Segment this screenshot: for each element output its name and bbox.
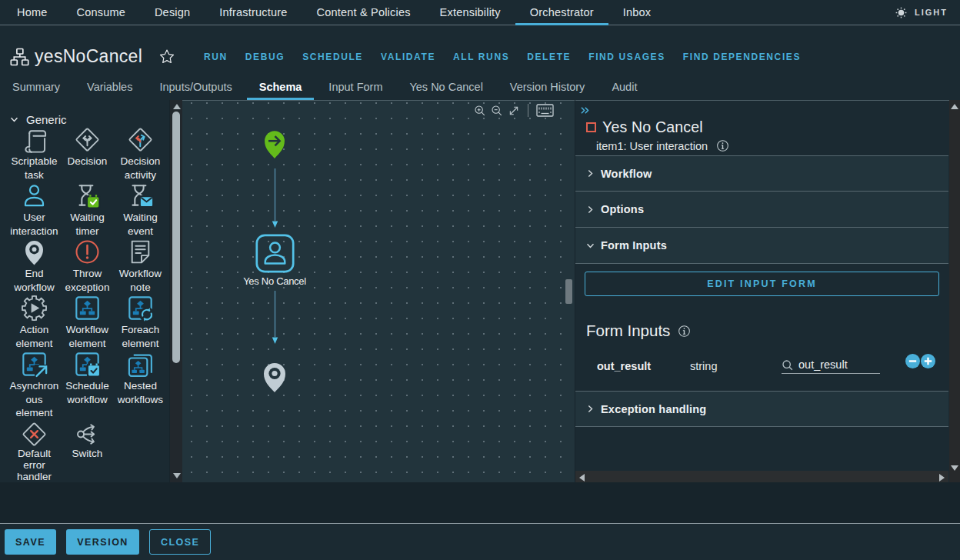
zoom-in-icon[interactable] [474,105,486,117]
inspector-horizontal-scrollbar[interactable] [575,471,948,482]
scriptable-task-icon [22,127,48,153]
palette-group-label: Generic [26,113,67,126]
palette-item-end-workflow[interactable]: End workflow [8,239,61,294]
workflow-header: yesNoCancel RUN DEBUG SCHEDULE VALIDATE … [0,26,960,73]
schema-canvas[interactable]: Yes No Cancel [182,100,575,482]
palette-item-label: Switch [61,448,114,459]
section-exception-handling[interactable]: Exception handling [575,391,948,427]
all-runs-button[interactable]: ALL RUNS [453,52,509,62]
schema-editor: Generic Scriptable task Decision Decisio… [0,100,960,482]
palette-item-label: Foreach element [114,323,167,350]
debug-button[interactable]: DEBUG [245,52,285,62]
top-nav-items: Home Consume Design Infrastructure Conte… [2,0,665,25]
scroll-up-arrow[interactable] [951,104,958,109]
add-input-button[interactable] [921,354,935,368]
tab-summary[interactable]: Summary [0,73,72,100]
palette-item-nested-workflows[interactable]: Nested workflows [114,352,167,420]
palette-item-asynchronous-element[interactable]: Asynchronous element [8,352,61,420]
palette-item-workflow-element[interactable]: Workflow element [61,295,114,350]
start-node[interactable] [262,128,288,160]
foreach-element-icon [128,295,154,322]
tab-input-form[interactable]: Input Form [316,73,395,100]
palette-item-schedule-workflow[interactable]: Schedule workflow [61,352,114,420]
workflow-element-icon [75,295,101,322]
version-button[interactable]: VERSION [66,529,139,555]
bottom-gap [0,482,960,523]
collapse-panel-icon[interactable] [580,106,590,115]
scroll-right-arrow[interactable] [939,474,945,482]
scroll-up-arrow[interactable] [173,104,181,109]
workflow-note-icon [128,239,154,265]
end-node[interactable] [261,360,288,393]
section-workflow[interactable]: Workflow [575,155,948,192]
section-exception-handling-label: Exception handling [601,403,706,415]
canvas-toolbar [474,104,554,117]
nav-item-home[interactable]: Home [2,0,62,25]
tab-yes-no-cancel[interactable]: Yes No Cancel [397,73,495,100]
nav-item-extensibility[interactable]: Extensibility [425,0,515,25]
inspector-panel: Yes No Cancel item1: User interaction Wo… [575,100,949,482]
palette-item-default-error-handler[interactable]: Default error handler [8,422,61,482]
palette-item-foreach-element[interactable]: Foreach element [114,295,167,350]
yes-no-cancel-node[interactable] [255,234,295,273]
form-input-name: out_result [597,360,651,372]
run-button[interactable]: RUN [204,52,228,62]
edit-input-form-button[interactable]: EDIT INPUT FORM [585,272,939,296]
nav-item-infrastructure[interactable]: Infrastructure [205,0,302,25]
keyboard-shortcuts-icon[interactable] [536,104,554,117]
validate-button[interactable]: VALIDATE [381,52,435,62]
theme-toggle-label: LIGHT [915,8,948,17]
nav-item-content-policies[interactable]: Content & Policies [302,0,425,25]
scroll-down-arrow[interactable] [951,465,958,471]
tab-schema[interactable]: Schema [247,73,315,100]
info-icon[interactable] [716,139,729,152]
palette-group-generic[interactable]: Generic [9,112,169,126]
section-options[interactable]: Options [575,192,948,228]
palette-scrollbar[interactable] [170,100,182,482]
find-usages-button[interactable]: FIND USAGES [588,52,665,62]
palette-item-waiting-timer[interactable]: Waiting timer [61,183,114,238]
section-form-inputs-label: Form Inputs [601,239,667,252]
form-input-value-field[interactable] [798,358,875,371]
palette-item-decision[interactable]: Decision [61,127,114,182]
palette-item-label: Waiting timer [61,211,114,238]
chevron-right-icon [585,205,595,215]
palette-item-user-interaction[interactable]: User interaction [8,183,61,238]
palette-item-decision-activity[interactable]: Decision activity [114,127,167,182]
star-icon[interactable] [158,48,175,65]
close-button[interactable]: CLOSE [149,529,212,555]
node-type-badge [586,122,596,132]
canvas-scrollbar-thumb[interactable] [565,279,572,304]
nav-item-inbox[interactable]: Inbox [608,0,665,25]
info-icon[interactable] [678,325,691,338]
palette-item-workflow-note[interactable]: Workflow note [114,239,167,294]
remove-input-button[interactable] [905,354,920,368]
save-button[interactable]: SAVE [5,529,56,555]
scroll-left-arrow[interactable] [579,474,585,482]
schedule-button[interactable]: SCHEDULE [302,52,363,62]
palette-scrollbar-thumb[interactable] [172,112,180,363]
tab-inputs-outputs[interactable]: Inputs/Outputs [147,73,244,100]
delete-button[interactable]: DELETE [527,52,571,62]
scroll-down-arrow[interactable] [173,473,181,478]
default-error-handler-icon [22,422,48,448]
zoom-out-icon[interactable] [491,105,503,117]
palette-item-waiting-event[interactable]: Waiting event [114,183,167,238]
find-dependencies-button[interactable]: FIND DEPENDENCIES [683,52,801,62]
nav-item-design[interactable]: Design [140,0,205,25]
theme-toggle[interactable]: LIGHT [895,7,948,18]
nav-item-consume[interactable]: Consume [62,0,139,25]
palette-item-action-element[interactable]: Action element [8,295,61,350]
palette-item-switch[interactable]: Switch [61,422,114,482]
inspector-vertical-scrollbar[interactable] [949,100,960,482]
fit-to-screen-icon[interactable] [508,105,520,117]
palette-item-throw-exception[interactable]: Throw exception [61,239,114,294]
tab-variables[interactable]: Variables [75,73,145,100]
tab-audit[interactable]: Audit [599,73,649,100]
section-form-inputs[interactable]: Form Inputs [575,228,948,264]
palette-item-scriptable-task[interactable]: Scriptable task [8,127,61,182]
exception-accordion: Exception handling [575,391,948,427]
nav-item-orchestrator[interactable]: Orchestrator [515,0,608,25]
tab-version-history[interactable]: Version History [498,73,598,100]
asynchronous-element-icon [22,352,48,378]
